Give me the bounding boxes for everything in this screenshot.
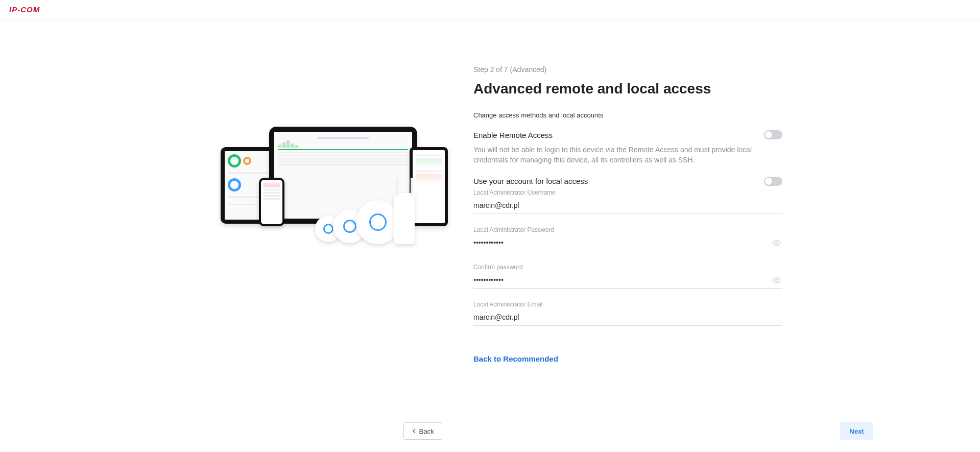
content-area: Step 2 of 7 (Advanced) Advanced remote a… — [0, 19, 980, 452]
topbar: IP-COM — [0, 0, 980, 19]
password-label: Local Administrator Password — [473, 226, 782, 233]
phone-illustration — [259, 178, 284, 226]
devices-illustration — [213, 127, 458, 239]
email-input[interactable] — [473, 310, 782, 326]
svg-point-1 — [776, 279, 778, 281]
brand-logo: IP-COM — [9, 5, 40, 14]
form-pane: Step 2 of 7 (Advanced) Advanced remote a… — [473, 35, 782, 364]
username-label: Local Administrator Username — [473, 189, 782, 196]
tablet-right-illustration — [410, 147, 448, 226]
back-to-recommended-link[interactable]: Back to Recommended — [473, 354, 558, 363]
back-button[interactable]: Back — [403, 422, 443, 440]
local-account-label: Use your account for local access — [473, 177, 588, 185]
local-account-toggle[interactable] — [764, 177, 782, 186]
confirm-password-label: Confirm password — [473, 264, 782, 271]
page-title: Advanced remote and local access — [473, 81, 782, 97]
illustration-pane — [198, 35, 473, 239]
step-indicator: Step 2 of 7 (Advanced) — [473, 65, 782, 74]
page-subtitle: Change access methods and local accounts — [473, 111, 782, 119]
remote-access-label: Enable Remote Access — [473, 131, 553, 139]
confirm-password-input[interactable] — [473, 273, 782, 289]
ap-outdoor-illustration — [394, 193, 415, 244]
svg-point-0 — [776, 242, 778, 244]
eye-icon[interactable] — [772, 239, 781, 248]
username-input[interactable] — [473, 198, 782, 214]
next-button[interactable]: Next — [840, 422, 873, 440]
password-input[interactable] — [473, 235, 782, 251]
ap-disc-big — [356, 200, 400, 244]
remote-access-help: You will not be able to login to this de… — [473, 145, 782, 165]
remote-access-toggle[interactable] — [764, 130, 782, 139]
email-label: Local Administrator Email — [473, 301, 782, 308]
back-button-label: Back — [419, 427, 434, 435]
eye-icon[interactable] — [772, 276, 781, 285]
chevron-left-icon — [412, 427, 416, 435]
